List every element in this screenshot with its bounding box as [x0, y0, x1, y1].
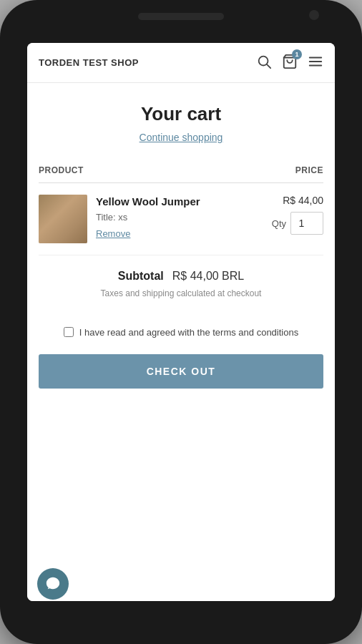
- chat-icon: [45, 576, 61, 592]
- terms-checkbox[interactable]: [64, 327, 74, 337]
- product-variant: Title: xs: [96, 212, 263, 223]
- cart-title-section: Your cart Continue shopping: [27, 83, 335, 158]
- product-image: [39, 195, 87, 243]
- terms-text: I have read and agreed with the terms an…: [79, 326, 298, 340]
- terms-row: I have read and agreed with the terms an…: [27, 317, 335, 348]
- cart-icon[interactable]: 1: [282, 54, 298, 72]
- product-right: R$ 44,00 Qty: [272, 195, 323, 235]
- phone-frame: TORDEN TEST SHOP 1: [0, 0, 362, 644]
- qty-label: Qty: [272, 218, 286, 229]
- svg-line-1: [267, 64, 270, 68]
- tax-note: Taxes and shipping calculated at checkou…: [39, 288, 323, 298]
- bottom-fab[interactable]: [37, 568, 69, 600]
- checkout-section: CHECK OUT: [27, 348, 335, 403]
- remove-link[interactable]: Remove: [96, 228, 263, 239]
- search-icon[interactable]: [256, 54, 272, 72]
- product-image-overlay: [39, 195, 87, 243]
- product-table: PRODUCT PRICE Yellow Wool Jumper Title: …: [27, 158, 335, 255]
- phone-screen: TORDEN TEST SHOP 1: [27, 43, 335, 601]
- subtotal-section: Subtotal R$ 44,00 BRL Taxes and shipping…: [27, 255, 335, 317]
- variant-value: xs: [118, 212, 127, 223]
- product-details: Yellow Wool Jumper Title: xs Remove: [96, 195, 263, 239]
- qty-container: Qty: [272, 212, 323, 235]
- subtotal-row: Subtotal R$ 44,00 BRL: [39, 270, 323, 283]
- continue-shopping-link[interactable]: Continue shopping: [140, 132, 223, 143]
- col-price-label: PRICE: [295, 165, 323, 175]
- subtotal-label: Subtotal: [118, 270, 164, 283]
- col-product-label: PRODUCT: [39, 165, 84, 175]
- cart-badge: 1: [292, 49, 302, 59]
- store-title: TORDEN TEST SHOP: [39, 57, 139, 68]
- product-price: R$ 44,00: [283, 195, 323, 206]
- main-content: Your cart Continue shopping PRODUCT PRIC…: [27, 83, 335, 601]
- table-header: PRODUCT PRICE: [39, 158, 323, 183]
- checkout-button[interactable]: CHECK OUT: [39, 354, 323, 389]
- qty-input[interactable]: [290, 212, 323, 235]
- header: TORDEN TEST SHOP 1: [27, 43, 335, 83]
- menu-icon[interactable]: [308, 54, 323, 72]
- table-row: Yellow Wool Jumper Title: xs Remove R$ 4…: [39, 183, 323, 255]
- cart-title: Your cart: [41, 103, 321, 125]
- variant-label: Title:: [96, 212, 116, 223]
- product-name: Yellow Wool Jumper: [96, 195, 263, 209]
- subtotal-value: R$ 44,00 BRL: [172, 270, 245, 283]
- header-icons: 1: [256, 54, 323, 72]
